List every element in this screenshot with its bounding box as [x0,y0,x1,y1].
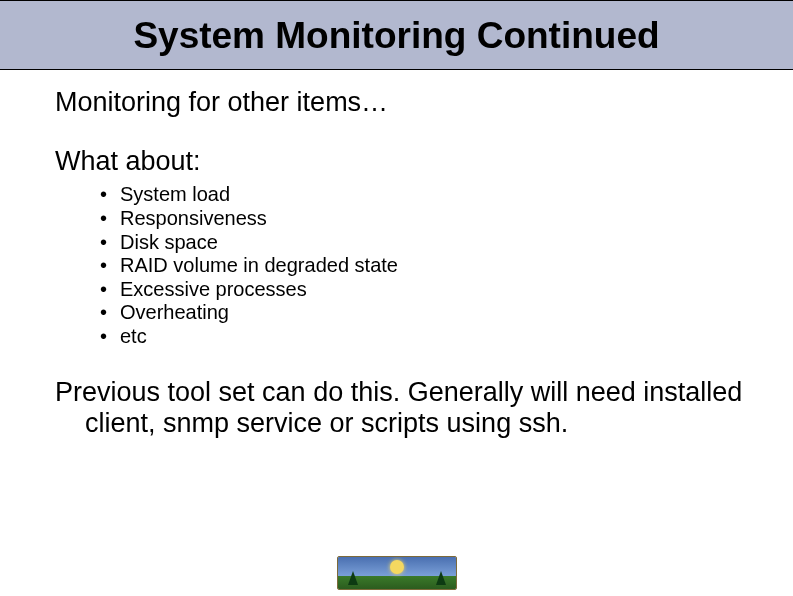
closing-paragraph: Previous tool set can do this. Generally… [55,377,758,441]
tree-icon [436,571,446,585]
intro-text: Monitoring for other items… [55,86,758,118]
slide-body: Monitoring for other items… What about: … [0,70,793,440]
list-item: RAID volume in degraded state [100,254,758,278]
bullet-list: System load Responsiveness Disk space RA… [55,183,758,348]
title-bar: System Monitoring Continued [0,0,793,70]
list-item: Disk space [100,231,758,255]
logo-scene [338,557,456,589]
sun-icon [390,560,404,574]
slide-title: System Monitoring Continued [0,15,793,57]
closing-text: Previous tool set can do this. Generally… [55,377,758,441]
list-item: etc [100,325,758,349]
list-item: Excessive processes [100,278,758,302]
list-item: Overheating [100,301,758,325]
subhead-text: What about: [55,146,758,177]
tree-icon [348,571,358,585]
footer-logo [337,556,457,590]
list-item: System load [100,183,758,207]
slide: System Monitoring Continued Monitoring f… [0,0,793,596]
list-item: Responsiveness [100,207,758,231]
